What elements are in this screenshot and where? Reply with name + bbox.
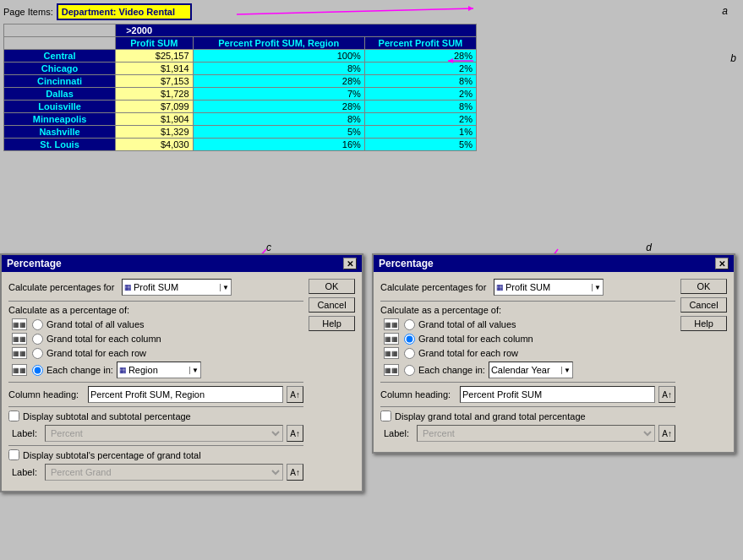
- dialog-c-radio-col-input[interactable]: [32, 334, 43, 345]
- dialog-d-label-format-btn[interactable]: A↑: [658, 425, 675, 442]
- dialog-d-change-value: Calendar Year: [491, 365, 560, 375]
- dialog-c-col-heading-input[interactable]: [88, 386, 283, 403]
- dialog-d-calculate-for-row: Calculate percentages for ▦ Profit SUM ▼: [380, 279, 675, 296]
- dialog-c-cancel-btn[interactable]: Cancel: [309, 297, 355, 313]
- page-items-label: Page Items:: [3, 7, 53, 17]
- row-label: Dallas: [4, 88, 116, 101]
- spreadsheet-area: Page Items: Department: Video Rental >20…: [0, 0, 743, 245]
- dialog-c-radio-all: ▦▦ Grand total of all values: [12, 318, 303, 330]
- dialog-c-ok-btn[interactable]: OK: [309, 279, 355, 294]
- dialog-c-display-subtotal-row: Display subtotal and subtotal percentage: [8, 410, 303, 421]
- pct-region-cell: 7%: [193, 88, 364, 101]
- dialog-c-change-arrow[interactable]: ▼: [189, 367, 199, 374]
- row-label: Cincinnati: [4, 75, 116, 88]
- dialog-d-close[interactable]: ✕: [715, 258, 729, 269]
- pct-sum-cell: 8%: [364, 101, 476, 113]
- dialog-c-grand-label-select[interactable]: Percent Grand: [45, 464, 283, 481]
- dialog-c-title: Percentage: [7, 258, 62, 269]
- annotation-c: c: [266, 242, 271, 253]
- dialog-c-col-heading-row: Column heading: A↑: [8, 386, 303, 403]
- row-label: Minneapolis: [4, 113, 116, 126]
- annotation-b: b: [730, 52, 736, 64]
- annotation-d: d: [646, 242, 652, 253]
- dialog-c-radio-all-input[interactable]: [32, 319, 43, 330]
- dialog-d-radio-change-input[interactable]: [404, 365, 415, 376]
- dialog-c-radio-all-label: Grand total of all values: [46, 319, 145, 329]
- col-header-pct-sum: Percent Profit SUM: [364, 37, 476, 50]
- annotation-a: a: [722, 5, 728, 17]
- dialog-c-radio-change-label: Each change in:: [46, 365, 113, 375]
- dialog-d-radio-col-label: Grand total for each column: [418, 334, 533, 344]
- dialog-d-radio-change-label: Each change in:: [418, 365, 485, 375]
- page-items-bar: Page Items: Department: Video Rental: [3, 3, 740, 20]
- row-label: St. Louis: [4, 139, 116, 151]
- row-label: Louisville: [4, 101, 116, 113]
- dialog-c-field-value: Profit SUM: [134, 282, 218, 292]
- dialog-d-radio-group: ▦▦ Grand total of all values ▦▦ Grand to…: [384, 318, 675, 378]
- dialog-d-cancel-btn[interactable]: Cancel: [680, 297, 727, 313]
- dialog-d-label-select[interactable]: Percent: [417, 425, 655, 442]
- dialog-c-grand-format-btn[interactable]: A↑: [287, 464, 303, 481]
- year-header: >2000: [116, 24, 477, 37]
- dialog-c-field-arrow[interactable]: ▼: [220, 284, 229, 291]
- dialog-c-display-grand-row: Display subtotal's percentage of grand t…: [8, 449, 303, 460]
- dialog-d-ok-btn[interactable]: OK: [680, 279, 727, 294]
- dialog-c-field-select[interactable]: ▦ Profit SUM ▼: [122, 279, 232, 296]
- dialog-d-radio-col-input[interactable]: [404, 334, 415, 345]
- profit-cell: $7,099: [116, 101, 193, 113]
- dialog-c-label-select[interactable]: Percent: [45, 425, 283, 442]
- dialog-c-col-heading-label: Column heading:: [8, 389, 85, 400]
- dialog-d-display-grand-row: Display grand total and grand total perc…: [380, 410, 675, 421]
- dialog-c-display-subtotal-label: Display subtotal and subtotal percentage: [23, 411, 191, 421]
- dialog-c-radio-row-input[interactable]: [32, 348, 43, 359]
- dialog-c-radio-row-label: Grand total for each row: [46, 348, 146, 358]
- dialog-c-body: Calculate percentages for ▦ Profit SUM ▼…: [2, 272, 362, 491]
- dialog-d-radio-all-input[interactable]: [404, 319, 415, 330]
- department-dropdown[interactable]: Department: Video Rental: [57, 3, 192, 20]
- dialog-d-display-grand-check[interactable]: [380, 410, 391, 421]
- dialog-c-display-grand-check[interactable]: [8, 449, 19, 460]
- dialog-c-titlebar: Percentage ✕: [2, 255, 362, 272]
- dialog-c-close[interactable]: ✕: [343, 258, 357, 269]
- dialog-c-help-btn[interactable]: Help: [309, 316, 355, 331]
- col-header-pct-region: Percent Profit SUM, Region: [193, 37, 364, 50]
- row-label: Nashville: [4, 126, 116, 139]
- dialog-d-col-heading-format-btn[interactable]: A↑: [658, 386, 675, 403]
- dialog-c-change-select[interactable]: ▦ Region ▼: [117, 362, 201, 378]
- pct-region-cell: 16%: [193, 139, 364, 151]
- dialog-d-title: Percentage: [379, 258, 434, 269]
- dialog-d-col-heading-input[interactable]: [460, 386, 655, 403]
- dialog-d-field-value: Profit SUM: [505, 282, 590, 292]
- dialog-d-icon-col: ▦▦: [384, 333, 399, 345]
- dialog-c-radio-group: ▦▦ Grand total of all values ▦▦ Grand to…: [12, 318, 303, 378]
- dialog-d-icon-all: ▦▦: [384, 318, 399, 330]
- dialog-c-display-subtotal-check[interactable]: [8, 410, 19, 421]
- dialog-d-help-btn[interactable]: Help: [680, 316, 727, 331]
- dialog-c-label-format-btn[interactable]: A↑: [287, 425, 303, 442]
- dialog-d-change-select[interactable]: Calendar Year ▼: [489, 362, 573, 378]
- profit-cell: $7,153: [116, 75, 193, 88]
- dialog-c-radio-change-input[interactable]: [32, 365, 43, 376]
- dialog-d-field-arrow[interactable]: ▼: [592, 284, 601, 291]
- dialog-d-label-row: Label: Percent A↑: [384, 425, 675, 442]
- pct-region-cell: 28%: [193, 75, 364, 88]
- dialog-c-label-row: Label: Percent A↑: [12, 425, 303, 442]
- dialog-d-change-arrow[interactable]: ▼: [561, 367, 571, 374]
- dialog-c-radio-change: ▦▦ Each change in: ▦ Region ▼: [12, 362, 303, 378]
- dialog-d-icon-change: ▦▦: [384, 364, 399, 376]
- dialog-c-calc-for-label: Calculate percentages for: [8, 282, 118, 292]
- dialog-c-radio-row: ▦▦ Grand total for each row: [12, 347, 303, 359]
- pct-region-cell: 8%: [193, 113, 364, 126]
- pct-region-cell: 5%: [193, 126, 364, 139]
- dialog-d-radio-all: ▦▦ Grand total of all values: [384, 318, 675, 330]
- profit-cell: $1,904: [116, 113, 193, 126]
- dialog-c-icon-row: ▦▦: [12, 347, 27, 359]
- dialog-c-change-icon: ▦: [119, 366, 127, 374]
- dialog-d-field-select[interactable]: ▦ Profit SUM ▼: [494, 279, 604, 296]
- row-label: Chicago: [4, 63, 116, 75]
- dialog-d-radio-row-input[interactable]: [404, 348, 415, 359]
- dialog-c-col-heading-format-btn[interactable]: A↑: [287, 386, 303, 403]
- dialog-d-titlebar: Percentage ✕: [374, 255, 734, 272]
- dialog-d-icon-row: ▦▦: [384, 347, 399, 359]
- pct-region-cell: 100%: [193, 50, 364, 63]
